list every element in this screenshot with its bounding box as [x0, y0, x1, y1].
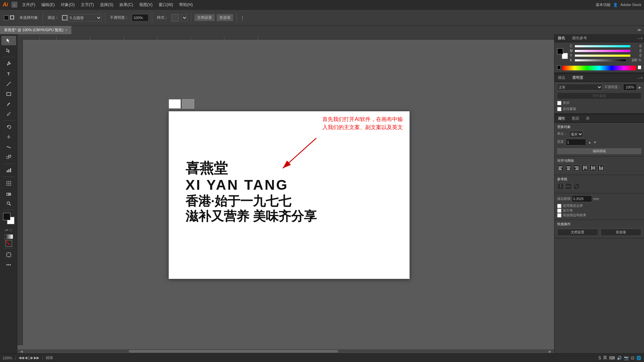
width-input[interactable] — [566, 139, 586, 145]
menu-file[interactable]: 文件(F) — [19, 1, 38, 8]
preferences-btn[interactable]: 首选项 — [217, 14, 233, 21]
color-panel-collapse[interactable]: – — [638, 36, 640, 40]
reset-colors-icon[interactable]: □ — [10, 228, 12, 232]
next-page-btn[interactable]: ▶ — [31, 356, 33, 360]
tab-properties[interactable]: 属性 — [554, 115, 569, 122]
tab-close-btn[interactable]: × — [65, 28, 67, 32]
prev-page-btn[interactable]: ◀◀ — [18, 356, 24, 360]
edit-pattern-btn[interactable]: 编辑模板 — [557, 148, 641, 154]
blend-mode-select[interactable]: 正常 — [557, 84, 602, 90]
tool-pencil[interactable] — [1, 109, 16, 119]
width-stepper-down[interactable]: ▼ — [593, 140, 597, 144]
stroke-swatch-toolbar[interactable] — [10, 15, 15, 20]
style-select[interactable] — [181, 14, 187, 21]
menu-select[interactable]: 选择(S) — [97, 1, 116, 8]
menu-object[interactable]: 对象(O) — [58, 1, 77, 8]
clip-checkbox[interactable] — [557, 101, 561, 105]
channel-m-slider[interactable] — [575, 50, 631, 52]
tab-color-reference[interactable]: 颜色参考 — [569, 34, 590, 42]
tool-chart[interactable] — [1, 166, 16, 175]
quick-preferences-btn[interactable]: 首选项 — [600, 229, 642, 236]
tool-warp[interactable] — [1, 142, 16, 152]
tab-stroke[interactable]: 描边 — [554, 74, 569, 81]
tool-select[interactable] — [1, 36, 16, 45]
swatch-white[interactable] — [169, 99, 181, 109]
active-tab[interactable]: 喜燕堂* @ 100% (CMYK/GPU 预览) × — [0, 26, 72, 34]
color-fg-bg-indicator[interactable] — [557, 48, 568, 59]
doc-settings-btn[interactable]: 文档设置 — [195, 14, 215, 21]
guide-btn2[interactable] — [565, 183, 572, 190]
tool-direct-select[interactable] — [1, 46, 16, 55]
stroke-value-input[interactable] — [572, 195, 592, 202]
transparency-opacity-input[interactable] — [623, 84, 637, 90]
stroke-weight-select[interactable]: 5 点圆形 — [68, 14, 102, 21]
tool-slice[interactable] — [1, 179, 16, 188]
none-color[interactable] — [5, 240, 12, 247]
tab-layers[interactable]: 图层 — [569, 115, 583, 122]
workspace-label[interactable]: 基本功能 — [596, 2, 610, 7]
tool-rotate[interactable] — [1, 122, 16, 132]
channel-k-slider[interactable] — [575, 59, 626, 62]
zoom-level[interactable]: 100% — [3, 356, 12, 360]
white-swatch[interactable] — [638, 65, 641, 69]
guide-btn3[interactable] — [573, 183, 580, 190]
gradient-box[interactable] — [4, 234, 13, 239]
quick-doc-settings-btn[interactable]: 文档设置 — [557, 229, 598, 236]
align-left-btn[interactable] — [557, 165, 564, 171]
trans-panel-close[interactable]: × — [641, 76, 643, 80]
color-panel-close[interactable]: × — [641, 36, 643, 40]
tool-mirror[interactable] — [1, 132, 16, 142]
tool-artboard[interactable] — [1, 250, 16, 259]
channel-c-slider[interactable] — [575, 45, 631, 48]
unit-select[interactable]: 毫米 — [569, 131, 583, 137]
scrollbar-thumb[interactable] — [129, 350, 338, 353]
fill-swatch-toolbar[interactable] — [4, 15, 9, 20]
trans-panel-collapse[interactable]: – — [638, 76, 640, 80]
opacity-input[interactable] — [132, 14, 149, 21]
spectrum-bar[interactable] — [562, 66, 636, 70]
tool-zoom[interactable] — [1, 199, 16, 208]
swatch-gray[interactable] — [182, 99, 194, 109]
use-preview-bounds-checkbox[interactable] — [557, 204, 561, 208]
align-middle-btn[interactable] — [589, 165, 596, 171]
menu-window[interactable]: 窗口(W) — [156, 1, 176, 8]
align-right-btn[interactable] — [573, 165, 580, 171]
more-options-icon[interactable]: ⋮ — [240, 15, 245, 20]
swap-colors-icon[interactable]: ⇌ — [5, 228, 8, 232]
expand-corners-checkbox[interactable] — [557, 208, 561, 213]
user-icon[interactable]: 👤 — [613, 3, 618, 7]
color-pair[interactable] — [3, 213, 14, 224]
scrollbar-track[interactable] — [24, 350, 547, 353]
align-center-btn[interactable] — [565, 165, 572, 171]
expand-stroke-checkbox[interactable] — [557, 213, 561, 218]
tool-type[interactable]: T — [1, 69, 16, 78]
menu-text[interactable]: 文字(T) — [78, 1, 97, 8]
channel-y-slider[interactable] — [575, 54, 631, 57]
transparency-arrow[interactable]: ▶ — [639, 85, 641, 89]
align-bottom-btn[interactable] — [597, 165, 604, 171]
menu-edit[interactable]: 编辑(E) — [39, 1, 57, 8]
tool-rect[interactable] — [1, 89, 16, 99]
tab-transparency[interactable]: 透明度 — [569, 74, 587, 81]
next-page-btn2[interactable]: ▶▶ — [34, 356, 39, 360]
style-preview[interactable] — [171, 14, 179, 21]
menu-view[interactable]: 视图(V) — [137, 1, 155, 8]
prev-page-btn2[interactable]: ◀ — [24, 356, 27, 360]
menu-help[interactable]: 帮助(H) — [176, 1, 196, 8]
tool-more[interactable]: ••• — [1, 260, 16, 269]
canvas-scroll[interactable]: 首先我们打开AI软件，在画布中输 入我们的主文案、副文案以及英文 — [17, 34, 554, 349]
invert-checkbox[interactable] — [557, 107, 561, 111]
tool-scale[interactable] — [1, 153, 16, 162]
tab-color[interactable]: 颜色 — [554, 34, 569, 42]
width-stepper-up[interactable]: ▲ — [588, 140, 591, 144]
tool-eraser[interactable] — [1, 189, 16, 198]
align-top-btn[interactable] — [581, 165, 588, 171]
tool-line[interactable] — [1, 79, 16, 88]
horizontal-scrollbar[interactable]: ◀ ▶ — [17, 349, 554, 353]
adobe-stock-link[interactable]: Adobe Stock — [621, 3, 641, 7]
scroll-right-btn[interactable]: ▶ — [549, 350, 551, 353]
tab-library[interactable]: 库 — [583, 115, 593, 122]
guide-btn1[interactable] — [557, 183, 564, 190]
home-icon[interactable]: ⌂ — [11, 2, 17, 8]
menu-effect[interactable]: 效果(C) — [117, 1, 136, 8]
